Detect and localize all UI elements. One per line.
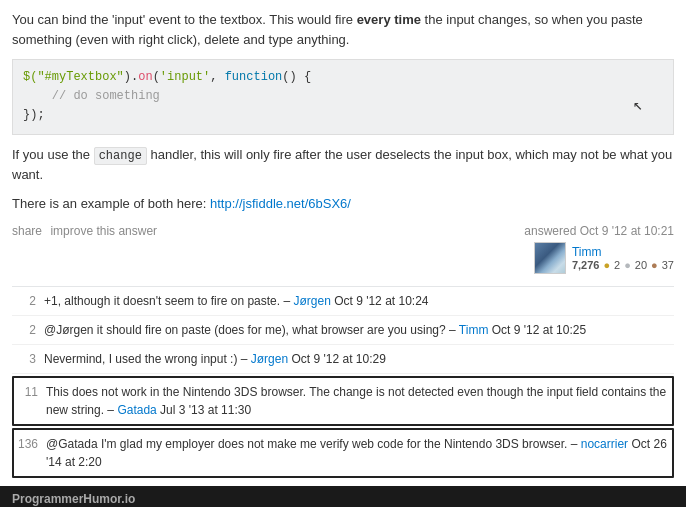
code-line-2: // do something — [23, 87, 663, 106]
intro-text-before: You can bind the 'input' event to the te… — [12, 12, 357, 27]
silver-badge-count: 20 — [635, 259, 647, 271]
change-text-before: If you use the — [12, 147, 94, 162]
user-details: Timm 7,276 2 20 37 — [572, 245, 674, 271]
comment-row: 3Nevermind, I used the wrong input :) – … — [12, 345, 674, 374]
comment-vote: 136 — [18, 436, 38, 453]
answered-date: answered Oct 9 '12 at 10:21 — [524, 224, 674, 238]
comment-vote: 2 — [16, 293, 36, 310]
comment-row: 2+1, although it doesn't seem to fire on… — [12, 287, 674, 316]
change-handler-paragraph: If you use the change handler, this will… — [12, 145, 674, 185]
comment-author-link[interactable]: Jørgen — [293, 294, 330, 308]
intro-paragraph: You can bind the 'input' event to the te… — [12, 10, 674, 49]
site-brand-link[interactable]: ProgrammerHumor.io — [12, 492, 135, 506]
comment-text: Nevermind, I used the wrong input :) – J… — [44, 350, 670, 368]
comment-text: @Gatada I'm glad my employer does not ma… — [46, 435, 668, 471]
avatar — [534, 242, 566, 274]
comment-vote: 3 — [16, 351, 36, 368]
bottom-bar: ProgrammerHumor.io — [0, 486, 686, 507]
comment-author-link[interactable]: Timm — [459, 323, 489, 337]
example-text: There is an example of both here: — [12, 196, 210, 211]
share-link[interactable]: share — [12, 224, 42, 238]
code-line-3: }); — [23, 106, 663, 125]
jsfiddle-link[interactable]: http://jsfiddle.net/6bSX6/ — [210, 196, 351, 211]
comment-row: 136@Gatada I'm glad my employer does not… — [12, 428, 674, 478]
answer-footer: share improve this answer answered Oct 9… — [12, 224, 674, 274]
silver-badge-icon — [624, 259, 631, 271]
comment-text: +1, although it doesn't seem to fire on … — [44, 292, 670, 310]
comment-vote: 11 — [18, 384, 38, 401]
answered-info: answered Oct 9 '12 at 10:21 Timm 7,276 2… — [524, 224, 674, 274]
comment-row: 2@Jørgen it should fire on paste (does f… — [12, 316, 674, 345]
bronze-badge-count: 37 — [662, 259, 674, 271]
code-block: $("#myTextbox").on('input', function() {… — [12, 59, 674, 135]
cursor-icon: ↖ — [633, 94, 643, 120]
code-line-1: $("#myTextbox").on('input', function() { — [23, 68, 663, 87]
gold-badge-icon — [603, 259, 610, 271]
improve-link[interactable]: improve this answer — [50, 224, 157, 238]
comment-author-link[interactable]: Gatada — [117, 403, 156, 417]
username-link[interactable]: Timm — [572, 245, 674, 259]
user-rep: 7,276 — [572, 259, 600, 271]
comment-text: @Jørgen it should fire on paste (does fo… — [44, 321, 670, 339]
comments-section: 2+1, although it doesn't seem to fire on… — [12, 286, 674, 478]
comment-row: 11This does not work in the Nintendo 3DS… — [12, 376, 674, 426]
intro-bold: every time — [357, 12, 421, 27]
main-content: You can bind the 'input' event to the te… — [0, 0, 686, 478]
bronze-badge-icon — [651, 259, 658, 271]
gold-badge-count: 2 — [614, 259, 620, 271]
user-stats: 7,276 2 20 37 — [572, 259, 674, 271]
share-improve-links: share improve this answer — [12, 224, 162, 238]
comment-author-link[interactable]: Jørgen — [251, 352, 288, 366]
comment-vote: 2 — [16, 322, 36, 339]
change-inline-code: change — [94, 147, 147, 165]
comment-text: This does not work in the Nintendo 3DS b… — [46, 383, 668, 419]
example-paragraph: There is an example of both here: http:/… — [12, 194, 674, 214]
comment-author-link[interactable]: nocarrier — [581, 437, 628, 451]
user-card: Timm 7,276 2 20 37 — [534, 242, 674, 274]
